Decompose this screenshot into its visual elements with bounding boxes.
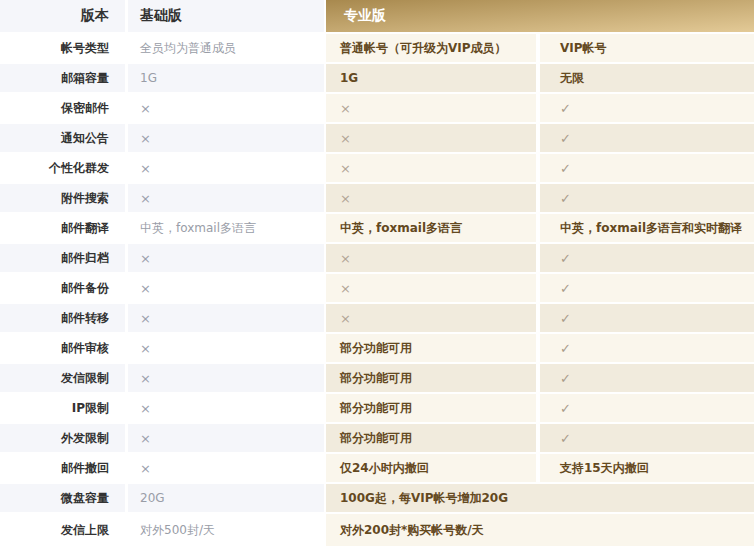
table-header-row: 版本 基础版 专业版 bbox=[0, 0, 754, 32]
cross-icon: × bbox=[326, 184, 536, 212]
pro-vip-account-value: 支持15天内撤回 bbox=[540, 454, 754, 482]
check-icon: ✓ bbox=[540, 394, 754, 422]
feature-row: 邮件翻译中英，foxmail多语言中英，foxmail多语言中英，foxmail… bbox=[0, 214, 754, 242]
feature-label: 邮箱容量 bbox=[0, 64, 125, 92]
pro-normal-account-value: 普通帐号（可升级为VIP成员） bbox=[326, 34, 536, 62]
feature-row: 发信上限对外500封/天对外200封*购买帐号数/天 bbox=[0, 514, 754, 546]
feature-label: 发信上限 bbox=[0, 514, 125, 546]
pro-normal-account-value: 中英，foxmail多语言 bbox=[326, 214, 536, 242]
cross-icon: × bbox=[128, 154, 324, 182]
cross-icon: × bbox=[128, 364, 324, 392]
cross-icon: × bbox=[326, 124, 536, 152]
cross-icon: × bbox=[326, 154, 536, 182]
feature-label: 外发限制 bbox=[0, 424, 125, 452]
pro-plan-span-value: 100G起，每VIP帐号增加20G bbox=[326, 484, 754, 512]
feature-row: 邮件审核×部分功能可用✓ bbox=[0, 334, 754, 362]
cross-icon: × bbox=[326, 304, 536, 332]
feature-label: 邮件转移 bbox=[0, 304, 125, 332]
feature-row: 附件搜索××✓ bbox=[0, 184, 754, 212]
cross-icon: × bbox=[326, 274, 536, 302]
feature-label: 帐号类型 bbox=[0, 34, 125, 62]
feature-label: 邮件撤回 bbox=[0, 454, 125, 482]
feature-row: 个性化群发××✓ bbox=[0, 154, 754, 182]
cross-icon: × bbox=[128, 124, 324, 152]
basic-plan-value: 1G bbox=[128, 64, 324, 92]
feature-row: 帐号类型全员均为普通成员普通帐号（可升级为VIP成员）VIP帐号 bbox=[0, 34, 754, 62]
header-basic-plan: 基础版 bbox=[128, 0, 324, 32]
cross-icon: × bbox=[128, 334, 324, 362]
feature-row: 外发限制×部分功能可用✓ bbox=[0, 424, 754, 452]
pro-vip-account-value: VIP帐号 bbox=[540, 34, 754, 62]
basic-plan-value: 对外500封/天 bbox=[128, 514, 324, 546]
check-icon: ✓ bbox=[540, 154, 754, 182]
feature-label: 邮件备份 bbox=[0, 274, 125, 302]
check-icon: ✓ bbox=[540, 124, 754, 152]
feature-row: 微盘容量20G100G起，每VIP帐号增加20G bbox=[0, 484, 754, 512]
feature-comparison-table: 版本 基础版 专业版 帐号类型全员均为普通成员普通帐号（可升级为VIP成员）VI… bbox=[0, 0, 754, 546]
cross-icon: × bbox=[326, 244, 536, 272]
pro-normal-account-value: 仅24小时内撤回 bbox=[326, 454, 536, 482]
check-icon: ✓ bbox=[540, 334, 754, 362]
pro-vip-account-value: 无限 bbox=[540, 64, 754, 92]
cross-icon: × bbox=[128, 244, 324, 272]
feature-label: 邮件归档 bbox=[0, 244, 125, 272]
feature-row: IP限制×部分功能可用✓ bbox=[0, 394, 754, 422]
feature-label: 通知公告 bbox=[0, 124, 125, 152]
feature-label: 个性化群发 bbox=[0, 154, 125, 182]
pro-normal-account-value: 部分功能可用 bbox=[326, 424, 536, 452]
feature-label: 保密邮件 bbox=[0, 94, 125, 122]
cross-icon: × bbox=[128, 274, 324, 302]
pro-normal-account-value: 部分功能可用 bbox=[326, 394, 536, 422]
feature-label: 邮件翻译 bbox=[0, 214, 125, 242]
cross-icon: × bbox=[326, 94, 536, 122]
cross-icon: × bbox=[128, 94, 324, 122]
feature-row: 保密邮件××✓ bbox=[0, 94, 754, 122]
cross-icon: × bbox=[128, 184, 324, 212]
check-icon: ✓ bbox=[540, 364, 754, 392]
feature-label: 微盘容量 bbox=[0, 484, 125, 512]
basic-plan-value: 中英，foxmail多语言 bbox=[128, 214, 324, 242]
feature-row: 邮件备份××✓ bbox=[0, 274, 754, 302]
pro-normal-account-value: 部分功能可用 bbox=[326, 334, 536, 362]
feature-label: 发信限制 bbox=[0, 364, 125, 392]
pro-plan-span-value: 对外200封*购买帐号数/天 bbox=[326, 514, 754, 546]
check-icon: ✓ bbox=[540, 94, 754, 122]
pro-normal-account-value: 1G bbox=[326, 64, 536, 92]
basic-plan-value: 20G bbox=[128, 484, 324, 512]
feature-row: 邮箱容量1G1G无限 bbox=[0, 64, 754, 92]
header-version-label: 版本 bbox=[0, 0, 125, 32]
check-icon: ✓ bbox=[540, 274, 754, 302]
pro-normal-account-value: 部分功能可用 bbox=[326, 364, 536, 392]
feature-label: IP限制 bbox=[0, 394, 125, 422]
pro-vip-account-value: 中英，foxmail多语言和实时翻译 bbox=[540, 214, 754, 242]
feature-row: 邮件撤回×仅24小时内撤回支持15天内撤回 bbox=[0, 454, 754, 482]
feature-row: 邮件转移××✓ bbox=[0, 304, 754, 332]
cross-icon: × bbox=[128, 304, 324, 332]
feature-row: 邮件归档××✓ bbox=[0, 244, 754, 272]
cross-icon: × bbox=[128, 454, 324, 482]
check-icon: ✓ bbox=[540, 424, 754, 452]
cross-icon: × bbox=[128, 394, 324, 422]
feature-label: 邮件审核 bbox=[0, 334, 125, 362]
check-icon: ✓ bbox=[540, 304, 754, 332]
cross-icon: × bbox=[128, 424, 324, 452]
header-pro-plan: 专业版 bbox=[326, 0, 754, 32]
feature-label: 附件搜索 bbox=[0, 184, 125, 212]
feature-row: 通知公告××✓ bbox=[0, 124, 754, 152]
check-icon: ✓ bbox=[540, 244, 754, 272]
check-icon: ✓ bbox=[540, 184, 754, 212]
feature-row: 发信限制×部分功能可用✓ bbox=[0, 364, 754, 392]
basic-plan-value: 全员均为普通成员 bbox=[128, 34, 324, 62]
